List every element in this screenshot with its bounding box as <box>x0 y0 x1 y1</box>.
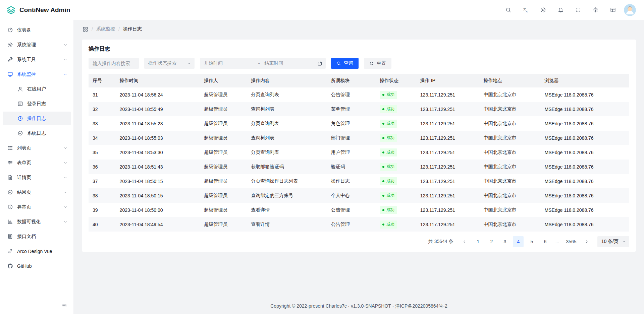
pagination-page-6[interactable]: 6 <box>540 236 550 247</box>
column-header-status: 操作状态 <box>376 74 416 87</box>
cell-module: 部门管理 <box>327 131 376 145</box>
notification-bell-button[interactable] <box>555 4 566 16</box>
reset-button[interactable]: 重置 <box>364 58 391 69</box>
cell-module: 个人中心 <box>327 188 376 203</box>
cell-ip: 123.117.129.251 <box>416 102 480 116</box>
continew-logo-icon <box>6 5 16 15</box>
chevron-down-icon <box>63 176 67 180</box>
pagination-page-1[interactable]: 1 <box>473 236 483 247</box>
list-icon <box>7 145 13 151</box>
sidebar-item-arco-design-vue[interactable]: Arco Design Vue <box>3 244 71 258</box>
date-range-separator: - <box>257 61 261 66</box>
breadcrumb-separator: / <box>118 26 120 32</box>
operation-log-table: 序号操作时间操作人操作内容所属模块操作状态操作 IP操作地点浏览器 312023… <box>89 74 629 232</box>
search-input[interactable] <box>89 58 139 69</box>
chart-icon <box>7 219 13 225</box>
cell-location: 中国北京北京市 <box>479 87 540 102</box>
pagination-page-3565[interactable]: 3565 <box>564 236 578 247</box>
cell-operator: 超级管理员 <box>200 217 247 232</box>
chevron-down-icon <box>63 220 67 224</box>
chevron-down-icon <box>63 205 67 209</box>
table-row: 362023-11-04 18:51:43超级管理员获取邮箱验证码验证码成功12… <box>89 160 629 174</box>
sidebar-item-data-visualization[interactable]: 数据可视化 <box>3 215 71 229</box>
svg-text:A: A <box>526 10 528 13</box>
sidebar-item-system-tools[interactable]: 系统工具 <box>3 53 71 66</box>
result-check-icon <box>7 189 13 195</box>
sidebar-item-github[interactable]: GitHub <box>3 259 71 273</box>
breadcrumb: / 系统监控 / 操作日志 <box>74 20 644 38</box>
pagination-page-2[interactable]: 2 <box>486 236 497 247</box>
settings-gear-button[interactable] <box>590 4 601 16</box>
pagination-ellipsis[interactable]: ... <box>553 239 561 244</box>
pagination-page-5[interactable]: 5 <box>526 236 537 247</box>
chevron-down-icon <box>63 161 67 165</box>
pagination: 共 35644 条123456...356510 条/页 <box>89 236 629 247</box>
cell-content: 查看详情 <box>247 217 327 232</box>
sidebar-item-exception-pages[interactable]: 异常页 <box>3 200 71 214</box>
sidebar-item-label: 结果页 <box>17 189 59 195</box>
cell-browser: MSEdge 118.0.2088.76 <box>541 116 629 131</box>
pagination-page-3[interactable]: 3 <box>499 236 510 247</box>
sidebar-item-api-docs[interactable]: 接口文档 <box>3 230 71 243</box>
cell-ip: 123.117.129.251 <box>416 217 480 232</box>
header-actions: 文A <box>502 4 636 16</box>
search-icon <box>336 61 341 66</box>
pagination-page-4[interactable]: 4 <box>513 236 524 247</box>
cell-time: 2023-11-04 18:51:43 <box>116 160 200 174</box>
sidebar-item-label: 系统工具 <box>17 57 59 63</box>
sidebar-item-operation-logs[interactable]: 操作日志 <box>3 112 71 125</box>
cell-content: 查看详情 <box>247 203 327 217</box>
fullscreen-button[interactable] <box>572 4 584 16</box>
sidebar-item-result-pages[interactable]: 结果页 <box>3 185 71 199</box>
theme-light-button[interactable] <box>537 4 549 16</box>
cell-ip: 123.117.129.251 <box>416 174 480 188</box>
apps-grid-icon[interactable] <box>83 26 88 32</box>
cell-content: 查询绑定的三方账号 <box>247 188 327 203</box>
chevron-down-icon <box>63 43 67 47</box>
sidebar-item-online-users[interactable]: 在线用户 <box>3 82 71 96</box>
table-row: 352023-11-04 18:53:30超级管理员分页查询列表用户管理成功12… <box>89 145 629 160</box>
page-size-select[interactable]: 10 条/页 <box>597 236 629 247</box>
pagination-next-button[interactable] <box>581 236 592 247</box>
cell-time: 2023-11-04 18:50:15 <box>116 188 200 203</box>
translate-button[interactable]: 文A <box>520 4 531 16</box>
sidebar-item-system-monitor[interactable]: 系统监控 <box>3 67 71 81</box>
table-row: 312023-11-04 18:56:24超级管理员分页查询列表公告管理成功12… <box>89 87 629 102</box>
cell-browser: MSEdge 118.0.2088.76 <box>541 188 629 203</box>
theme-light-icon <box>540 7 546 13</box>
settings-gear-icon <box>7 42 13 48</box>
search-icon <box>505 7 511 13</box>
table-row: 402023-11-04 18:49:54超级管理员查看详情公告管理成功123.… <box>89 217 629 232</box>
login-log-icon <box>17 101 23 107</box>
layout-button[interactable] <box>607 4 619 16</box>
collapse-sidebar-button[interactable] <box>60 301 69 310</box>
column-header-no: 序号 <box>89 74 116 87</box>
sidebar-item-system-management[interactable]: 系统管理 <box>3 38 71 52</box>
sidebar-item-label: 系统监控 <box>17 71 59 77</box>
search-button[interactable] <box>502 4 514 16</box>
avatar[interactable] <box>624 4 636 16</box>
sidebar-item-list-pages[interactable]: 列表页 <box>3 141 71 155</box>
cell-time: 2023-11-04 18:55:03 <box>116 131 200 145</box>
app-logo[interactable]: ContiNew Admin <box>6 5 70 15</box>
cell-no: 38 <box>89 188 116 203</box>
sidebar-item-dashboard[interactable]: 仪表盘 <box>3 23 71 37</box>
pagination-prev-button[interactable] <box>459 236 470 247</box>
date-range-picker[interactable]: 开始时间 - 结束时间 <box>200 58 326 69</box>
cell-ip: 123.117.129.251 <box>416 145 480 160</box>
sidebar-item-label: 系统管理 <box>17 42 59 48</box>
status-badge: 成功 <box>380 221 397 229</box>
cell-module: 公告管理 <box>327 203 376 217</box>
cell-time: 2023-11-04 18:53:30 <box>116 145 200 160</box>
query-button[interactable]: 查询 <box>331 58 359 69</box>
notification-bell-icon <box>558 7 564 13</box>
breadcrumb-item-system-monitor[interactable]: 系统监控 <box>96 26 115 32</box>
cell-no: 33 <box>89 116 116 131</box>
sidebar-item-system-logs[interactable]: 系统日志 <box>3 126 71 140</box>
status-select[interactable]: 操作状态搜索 <box>144 58 195 69</box>
sidebar-item-label: 异常页 <box>17 204 59 210</box>
sidebar-item-login-logs[interactable]: 登录日志 <box>3 97 71 111</box>
history-clock-icon <box>17 116 23 121</box>
sidebar-item-detail-pages[interactable]: 详情页 <box>3 171 71 184</box>
sidebar-item-form-pages[interactable]: 表单页 <box>3 156 71 170</box>
